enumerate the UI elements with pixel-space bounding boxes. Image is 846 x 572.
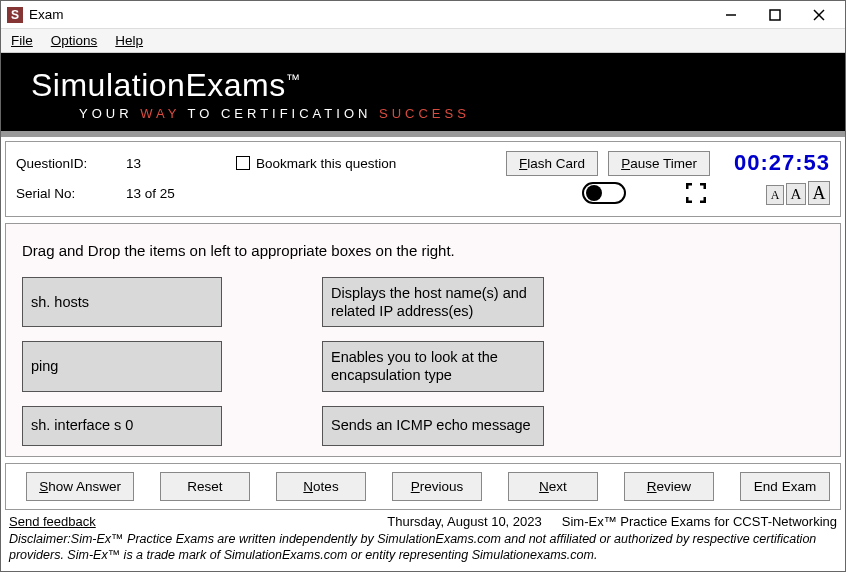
bookmark-label: Bookmark this question [256, 156, 396, 171]
end-exam-button[interactable]: End Exam [740, 472, 830, 501]
footer-date: Thursday, August 10, 2023 [387, 514, 541, 529]
menu-file[interactable]: File [11, 33, 33, 48]
menu-file-label: File [11, 33, 33, 48]
meta-panel: QuestionID: 13 Bookmark this question Fl… [5, 141, 841, 217]
footer: Send feedback Thursday, August 10, 2023 … [1, 510, 845, 531]
menu-help-label: Help [115, 33, 143, 48]
reset-button[interactable]: Reset [160, 472, 250, 501]
drag-item[interactable]: sh. interface s 0 [22, 406, 222, 446]
menu-options[interactable]: Options [51, 33, 98, 48]
send-feedback-link[interactable]: Send feedback [9, 514, 96, 529]
pause-timer-button[interactable]: Pause Timer [608, 151, 710, 176]
action-bar: Show Answer Reset Notes Previous Next Re… [5, 463, 841, 510]
svg-line-3 [814, 10, 824, 20]
notes-button[interactable]: Notes [276, 472, 366, 501]
footer-product: Sim-Ex™ Practice Exams for CCST-Networki… [562, 514, 837, 529]
brand-tagline: YOUR WAY TO CERTIFICATION SUCCESS [31, 106, 815, 121]
drop-target[interactable]: Displays the host name(s) and related IP… [322, 277, 544, 327]
brand-name: SimulationExams™ [31, 67, 815, 104]
svg-line-2 [814, 10, 824, 20]
questionid-label: QuestionID: [16, 156, 126, 171]
questionid-value: 13 [126, 156, 236, 171]
brand-tm: ™ [286, 71, 301, 87]
show-answer-button[interactable]: Show Answer [26, 472, 134, 501]
title-bar: S Exam [1, 1, 845, 29]
drag-item[interactable]: sh. hosts [22, 277, 222, 327]
next-button[interactable]: Next [508, 472, 598, 501]
menu-bar: File Options Help [1, 29, 845, 53]
bookmark-checkbox[interactable]: Bookmark this question [236, 156, 396, 171]
maximize-button[interactable] [753, 1, 797, 29]
font-size-medium[interactable]: A [786, 183, 806, 205]
drop-target[interactable]: Sends an ICMP echo message [322, 406, 544, 446]
font-size-small[interactable]: A [766, 185, 784, 205]
drag-drop-area: sh. hosts Displays the host name(s) and … [22, 277, 824, 446]
drag-item[interactable]: ping [22, 341, 222, 391]
disclaimer-text: Disclaimer:Sim-Ex™ Practice Exams are wr… [1, 531, 845, 568]
menu-options-label: Options [51, 33, 98, 48]
question-panel: Drag and Drop the items on left to appro… [5, 223, 841, 457]
close-button[interactable] [797, 1, 841, 29]
review-button[interactable]: Review [624, 472, 714, 501]
window-title: Exam [29, 7, 64, 22]
dark-mode-toggle[interactable] [582, 182, 626, 204]
banner: SimulationExams™ YOUR WAY TO CERTIFICATI… [1, 53, 845, 137]
svg-rect-1 [770, 10, 780, 20]
menu-help[interactable]: Help [115, 33, 143, 48]
serial-label: Serial No: [16, 186, 126, 201]
minimize-button[interactable] [709, 1, 753, 29]
timer-display: 00:27:53 [734, 150, 830, 176]
app-icon: S [7, 7, 23, 23]
fullscreen-icon[interactable] [686, 183, 706, 203]
brand-text: SimulationExams [31, 67, 286, 103]
previous-button[interactable]: Previous [392, 472, 482, 501]
question-prompt: Drag and Drop the items on left to appro… [22, 242, 824, 259]
font-size-group: A A A [766, 181, 830, 205]
font-size-large[interactable]: A [808, 181, 830, 205]
toggle-knob [586, 185, 602, 201]
checkbox-icon [236, 156, 250, 170]
serial-value: 13 of 25 [126, 186, 236, 201]
flash-card-button[interactable]: Flash Card [506, 151, 598, 176]
drop-target[interactable]: Enables you to look at the encapsulation… [322, 341, 544, 391]
